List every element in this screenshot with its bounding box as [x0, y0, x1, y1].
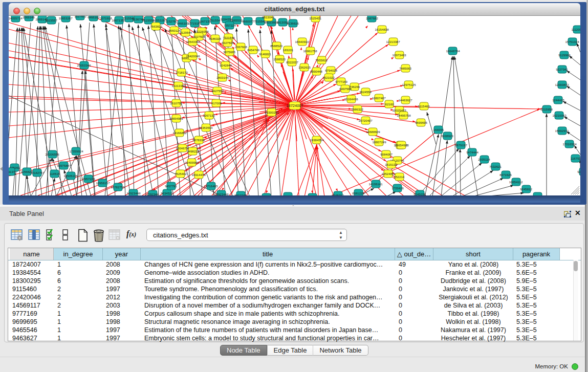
svg-text:1621022: 1621022 — [322, 76, 335, 79]
svg-text:15720407: 15720407 — [358, 119, 373, 122]
svg-text:9498222: 9498222 — [187, 149, 199, 153]
svg-text:12213383: 12213383 — [171, 84, 186, 87]
svg-text:16640910: 16640910 — [295, 40, 309, 43]
svg-text:1610755: 1610755 — [170, 101, 182, 105]
svg-text:16961758: 16961758 — [303, 49, 317, 53]
svg-text:7955812: 7955812 — [315, 58, 328, 62]
svg-text:10973493: 10973493 — [392, 53, 406, 57]
svg-text:6497568: 6497568 — [339, 87, 352, 91]
svg-text:1023557: 1023557 — [45, 18, 57, 22]
svg-text:9136616: 9136616 — [287, 21, 299, 25]
svg-text:19654983: 19654983 — [169, 117, 183, 120]
svg-text:12213387: 12213387 — [386, 40, 400, 43]
svg-text:8186328: 8186328 — [209, 37, 221, 40]
svg-text:9084067: 9084067 — [380, 152, 393, 156]
svg-text:1244415: 1244415 — [552, 98, 564, 102]
svg-text:8322037: 8322037 — [286, 60, 298, 64]
svg-text:15692971: 15692971 — [555, 129, 569, 133]
svg-text:9227341: 9227341 — [556, 68, 568, 71]
svg-text:14136141: 14136141 — [368, 182, 383, 186]
svg-text:12409948: 12409948 — [185, 161, 199, 164]
svg-text:12975125: 12975125 — [402, 83, 416, 86]
svg-text:9129966: 9129966 — [558, 53, 571, 57]
svg-text:9129544: 9129544 — [180, 31, 192, 34]
svg-text:16154838: 16154838 — [375, 28, 389, 31]
svg-text:2935114: 2935114 — [478, 158, 490, 161]
svg-text:164095: 164095 — [433, 128, 444, 132]
svg-text:2087682: 2087682 — [366, 16, 378, 20]
svg-text:9242848: 9242848 — [220, 63, 232, 67]
svg-text:8990448: 8990448 — [310, 70, 322, 73]
svg-text:7357224: 7357224 — [224, 24, 236, 27]
svg-text:15751024: 15751024 — [565, 40, 579, 43]
svg-text:23164436: 23164436 — [344, 97, 358, 101]
svg-text:14055714: 14055714 — [9, 16, 23, 20]
svg-text:8588520: 8588520 — [270, 44, 282, 48]
svg-text:7632621: 7632621 — [489, 165, 502, 168]
svg-text:18807249: 18807249 — [372, 140, 386, 144]
svg-text:1525431: 1525431 — [309, 16, 321, 20]
svg-text:12923448: 12923448 — [126, 191, 141, 195]
svg-text:1112093: 1112093 — [572, 28, 580, 31]
svg-text:9427552: 9427552 — [211, 89, 224, 93]
svg-text:7625402: 7625402 — [175, 172, 187, 176]
svg-text:9634521: 9634521 — [161, 191, 173, 195]
svg-text:9699695: 9699695 — [415, 121, 427, 124]
svg-text:8381223: 8381223 — [352, 191, 364, 195]
svg-text:3624554: 3624554 — [359, 90, 372, 94]
svg-text:23300295: 23300295 — [265, 111, 279, 114]
svg-text:183201: 183201 — [283, 48, 294, 52]
svg-text:114515: 114515 — [50, 172, 60, 176]
svg-text:9327508: 9327508 — [222, 41, 234, 45]
svg-text:12093872: 12093872 — [555, 83, 569, 86]
svg-text:20053346: 20053346 — [77, 63, 91, 67]
svg-text:1362615: 1362615 — [298, 65, 311, 69]
svg-text:2069146: 2069146 — [23, 16, 35, 19]
svg-text:13716485: 13716485 — [204, 184, 218, 188]
svg-text:9213455: 9213455 — [577, 170, 580, 173]
svg-text:39137: 39137 — [9, 170, 15, 173]
svg-text:10958157: 10958157 — [96, 181, 110, 185]
svg-text:7663822: 7663822 — [150, 25, 162, 28]
svg-text:12505135: 12505135 — [63, 174, 78, 178]
svg-text:10553287: 10553287 — [153, 18, 167, 22]
svg-text:9474444: 9474444 — [466, 150, 478, 154]
svg-text:2718170: 2718170 — [176, 71, 188, 74]
svg-text:12142757: 12142757 — [30, 171, 45, 174]
svg-text:9115460: 9115460 — [418, 104, 430, 108]
svg-text:10807487: 10807487 — [372, 96, 386, 100]
svg-text:1667135: 1667135 — [199, 19, 211, 23]
svg-text:16914479: 16914479 — [191, 173, 206, 177]
svg-text:18724007: 18724007 — [286, 103, 303, 108]
svg-text:10654112: 10654112 — [509, 180, 523, 184]
svg-text:8813044: 8813044 — [262, 16, 274, 19]
svg-text:1615132: 1615132 — [385, 163, 397, 166]
svg-text:116753: 116753 — [571, 157, 580, 160]
svg-text:10653267: 10653267 — [58, 16, 73, 20]
svg-text:7986322: 7986322 — [351, 107, 363, 111]
svg-text:11353594: 11353594 — [199, 126, 213, 129]
svg-text:14495758: 14495758 — [397, 114, 411, 117]
svg-text:16648784: 16648784 — [446, 49, 460, 53]
svg-text:8660077: 8660077 — [242, 19, 254, 23]
svg-text:8660124: 8660124 — [168, 29, 181, 32]
svg-text:2367608: 2367608 — [235, 45, 247, 49]
svg-text:62160: 62160 — [385, 102, 395, 106]
svg-text:6938923: 6938923 — [441, 134, 453, 138]
svg-text:751554: 751554 — [210, 18, 221, 22]
svg-text:6879197: 6879197 — [455, 143, 467, 147]
svg-text:19654923: 19654923 — [395, 143, 409, 147]
svg-text:20206556: 20206556 — [45, 152, 59, 156]
svg-text:17957225: 17957225 — [81, 177, 95, 181]
svg-text:17359924: 17359924 — [69, 149, 83, 153]
svg-text:9777169: 9777169 — [335, 80, 347, 83]
svg-text:3267130: 3267130 — [203, 114, 215, 117]
svg-text:9146821: 9146821 — [259, 52, 271, 56]
svg-text:9245812: 9245812 — [520, 187, 532, 191]
svg-text:2803144: 2803144 — [216, 76, 229, 79]
svg-text:16210043: 16210043 — [552, 114, 567, 117]
svg-text:252214: 252214 — [394, 175, 405, 179]
svg-text:9457791: 9457791 — [165, 184, 177, 188]
svg-text:8215958: 8215958 — [540, 107, 553, 111]
svg-text:23420046: 23420046 — [186, 54, 200, 58]
